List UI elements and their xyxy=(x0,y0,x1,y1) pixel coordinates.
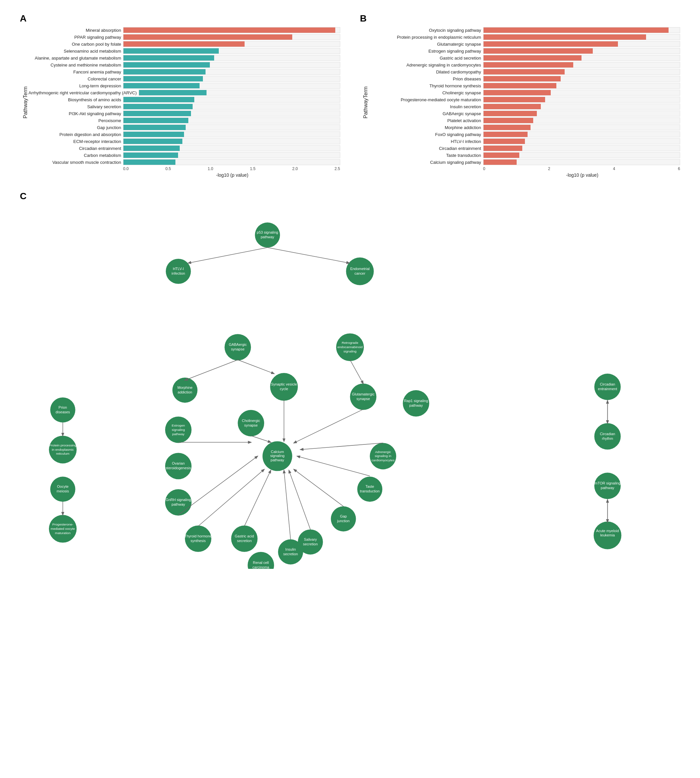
bar-track xyxy=(483,110,680,117)
bar-fill xyxy=(483,146,522,151)
bar-fill xyxy=(139,90,207,95)
bar-row: Fanconi anemia pathway xyxy=(28,69,340,75)
bar-fill xyxy=(123,139,182,144)
bar-track xyxy=(123,103,340,110)
bar-row: PPAR signaling pathway xyxy=(28,34,340,40)
node-gastric-label1: Gastric acid xyxy=(235,534,254,538)
bar-label: Colorectal cancer xyxy=(28,77,121,82)
bar-label: Vascular smooth muscle contraction xyxy=(28,160,121,165)
x-tick: 2.5 xyxy=(335,167,340,171)
node-thyroid-label1: Thyroid hormone xyxy=(184,534,212,538)
edge-gap-calcium xyxy=(294,469,343,506)
node-chol-label2: synapse xyxy=(244,423,258,427)
node-htlv-label1: HTLV-I xyxy=(173,267,184,271)
panel-a-label: A xyxy=(20,13,340,24)
bar-fill xyxy=(123,153,178,158)
bar-track xyxy=(123,27,340,33)
bar-label: Fanconi anemia pathway xyxy=(28,70,121,75)
network-diagram: p53 signaling pathway HTLV-I infection E… xyxy=(20,205,680,569)
node-salivary-label2: secretion xyxy=(303,542,318,546)
bar-label: Protein digestion and absorption xyxy=(28,132,121,137)
node-calcium-label1: Calcium xyxy=(271,450,284,454)
edge-adrenergic-calcium xyxy=(300,443,383,450)
bar-track xyxy=(483,83,680,89)
edge-gaba-synaptic xyxy=(238,360,274,373)
bar-fill xyxy=(483,48,593,53)
bar-fill xyxy=(483,76,561,82)
node-adrenergic-label1: Adrenergic xyxy=(375,450,391,454)
bar-track xyxy=(483,27,680,33)
panel-b: B PathwayTerm Oxytocin signaling pathway… xyxy=(360,13,680,178)
panel-a: A PathwayTerm Mineral absorptionPPAR sig… xyxy=(20,13,340,178)
node-endometrial-label1: Endometrial xyxy=(350,267,370,271)
bar-row: Alanine, aspartate and glutamate metabol… xyxy=(28,55,340,61)
bar-track xyxy=(483,69,680,75)
node-prion-label1: Prion xyxy=(58,405,67,409)
bar-fill xyxy=(483,90,551,95)
edge-p53-htlv xyxy=(188,248,267,263)
panel-c-label: C xyxy=(20,191,680,202)
node-estrogen-label3: pathway xyxy=(172,432,184,436)
bar-track xyxy=(483,159,680,165)
bar-label: Biosynthesis of amino acids xyxy=(28,97,121,102)
bar-label: Calcium signaling pathway xyxy=(369,160,481,165)
node-insulin-label1: Insulin xyxy=(285,547,296,551)
panel-b-y-axis: PathwayTerm xyxy=(360,27,369,178)
bar-row: Gastric acid secretion xyxy=(369,55,680,61)
bar-label: Insulin secretion xyxy=(369,104,481,109)
node-htlv-label2: infection xyxy=(172,272,185,275)
bar-fill xyxy=(483,111,537,116)
panel-a-bars: Mineral absorptionPPAR signaling pathway… xyxy=(28,27,340,165)
bar-label: FoxO signaling pathway xyxy=(369,132,481,137)
bar-label: Glutamatergic synapse xyxy=(369,42,481,47)
node-glut-label2: synapse xyxy=(357,397,370,401)
bar-track xyxy=(483,34,680,40)
node-insulin-label2: secretion xyxy=(283,552,298,556)
bar-row: ECM-receptor interaction xyxy=(28,138,340,144)
node-protein-proc-label2: in endoplasmic xyxy=(52,448,74,451)
bar-track xyxy=(483,138,680,144)
bar-row: Gap junction xyxy=(28,125,340,130)
node-gastric-label2: secretion xyxy=(237,539,252,543)
bar-fill xyxy=(483,153,520,158)
bar-label: Cysteine and methionine metabolism xyxy=(28,63,121,68)
bar-track xyxy=(483,125,680,130)
x-tick: 4 xyxy=(613,167,615,171)
bar-label: Dilated cardiomyopathy xyxy=(369,70,481,75)
edge-thyroid-calcium xyxy=(198,469,265,526)
bar-label: ECM-receptor interaction xyxy=(28,139,121,144)
node-leukemia-label1: Acute myeloid xyxy=(596,529,619,533)
bar-label: Gastric acid secretion xyxy=(369,56,481,60)
node-progesterone-label1: Progesterone- xyxy=(52,523,73,526)
bar-track xyxy=(483,90,680,96)
bar-label: Morphine addiction xyxy=(369,125,481,130)
node-adrenergic-label2: signaling in xyxy=(375,454,391,458)
bar-row: PI3K-Akt signaling pathway xyxy=(28,110,340,117)
node-ovarian-label1: Ovarian xyxy=(172,461,185,465)
node-gap-label2: junction xyxy=(337,519,350,523)
bar-track xyxy=(123,145,340,151)
bar-fill xyxy=(123,48,219,53)
bar-row: Salivary secretion xyxy=(28,103,340,110)
panel-b-label: B xyxy=(360,13,680,24)
bar-fill xyxy=(123,34,292,40)
bar-row: Circadian entrainment xyxy=(28,145,340,151)
node-adrenergic-label3: cardiomyocytes xyxy=(372,458,395,462)
bar-label: Circadian entrainment xyxy=(369,146,481,151)
bar-label: Arrhythmogenic right ventricular cardiom… xyxy=(28,90,137,95)
panel-b-x-label: -log10 (p value) xyxy=(369,172,680,178)
bar-label: GABAergic synapse xyxy=(369,111,481,116)
bar-label: HTLV-I infection xyxy=(369,139,481,144)
x-tick: 6 xyxy=(678,167,680,171)
bar-track xyxy=(483,152,680,158)
node-thyroid-label2: synthesis xyxy=(191,539,206,543)
bar-fill xyxy=(483,132,528,137)
bar-label: Cholinergic synapse xyxy=(369,90,481,95)
edge-insulin-calcium xyxy=(284,470,291,539)
bar-fill xyxy=(483,55,582,60)
bar-track xyxy=(123,138,340,144)
bar-label: Carbon metabolism xyxy=(28,153,121,158)
bar-label: Peroxisome xyxy=(28,118,121,123)
bar-row: Biosynthesis of amino acids xyxy=(28,97,340,103)
bar-track xyxy=(123,55,340,61)
